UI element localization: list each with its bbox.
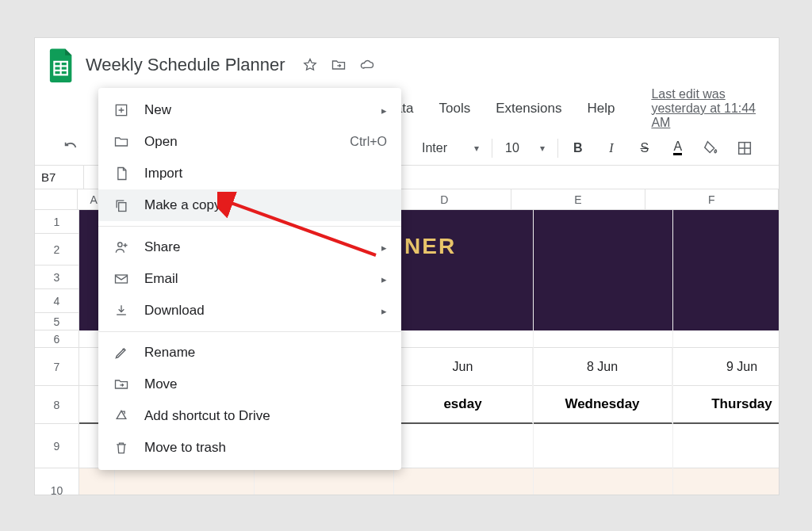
star-icon[interactable] bbox=[300, 55, 320, 75]
cell-day-F[interactable]: Thursday bbox=[672, 386, 779, 424]
row-header-10[interactable]: 10 bbox=[35, 468, 79, 495]
file-menu-move[interactable]: Move bbox=[98, 369, 401, 400]
separator bbox=[492, 139, 492, 158]
font-name: Inter bbox=[422, 141, 447, 155]
download-icon bbox=[113, 302, 130, 319]
file-menu-email[interactable]: Email ▸ bbox=[98, 263, 401, 295]
file-menu-new[interactable]: New ▸ bbox=[98, 94, 401, 126]
cell-date-E[interactable]: 8 Jun bbox=[533, 348, 672, 386]
svg-rect-5 bbox=[116, 275, 128, 283]
app-window: Weekly Schedule Planner File Edit View I… bbox=[34, 37, 779, 495]
title-bar: Weekly Schedule Planner bbox=[35, 38, 779, 84]
bold-button[interactable]: B bbox=[565, 136, 592, 160]
file-icon bbox=[113, 165, 130, 182]
highlighted-row bbox=[79, 468, 779, 495]
drive-shortcut-icon bbox=[113, 407, 130, 425]
separator bbox=[557, 139, 558, 158]
row-header-7[interactable]: 7 bbox=[35, 348, 79, 386]
file-menu-open[interactable]: Open Ctrl+O bbox=[98, 126, 401, 158]
col-header-E[interactable]: E bbox=[511, 189, 645, 209]
file-menu-make-a-copy[interactable]: Make a copy bbox=[98, 189, 401, 221]
menu-separator bbox=[98, 331, 401, 332]
menu-separator bbox=[98, 226, 401, 227]
fill-color-button[interactable] bbox=[698, 136, 725, 160]
move-to-folder-icon[interactable] bbox=[328, 55, 349, 75]
font-size: 10 bbox=[505, 141, 519, 155]
row-header-4[interactable]: 4 bbox=[35, 289, 79, 313]
folder-move-icon bbox=[113, 376, 130, 393]
file-menu-dropdown: New ▸ Open Ctrl+O Import Make a copy Sha… bbox=[98, 88, 401, 470]
cell-day-D[interactable]: esday bbox=[393, 386, 533, 424]
cell-date-D[interactable]: Jun bbox=[393, 348, 533, 386]
submenu-arrow-icon: ▸ bbox=[381, 105, 387, 117]
last-edit-link[interactable]: Last edit was yesterday at 11:44 AM bbox=[651, 87, 766, 130]
folder-icon bbox=[113, 133, 130, 151]
text-color-button[interactable]: A bbox=[665, 136, 691, 160]
file-menu-share[interactable]: Share ▸ bbox=[98, 231, 401, 263]
sheets-logo-icon[interactable] bbox=[48, 46, 76, 84]
italic-button[interactable]: I bbox=[598, 136, 625, 160]
select-all-corner[interactable] bbox=[35, 189, 78, 209]
row-header-5[interactable]: 5 bbox=[35, 313, 79, 330]
font-size-selector[interactable]: 10 ▾ bbox=[499, 141, 551, 155]
svg-point-4 bbox=[118, 243, 122, 246]
plus-square-icon bbox=[113, 101, 130, 119]
cell-day-E[interactable]: Wednesday bbox=[533, 386, 672, 424]
strikethrough-button[interactable]: S bbox=[631, 136, 658, 160]
row-header-3[interactable]: 3 bbox=[35, 266, 79, 289]
row-header-1[interactable]: 1 bbox=[35, 210, 79, 234]
menu-help[interactable]: Help bbox=[579, 97, 622, 120]
font-selector[interactable]: Inter ▾ bbox=[416, 141, 485, 155]
submenu-arrow-icon: ▸ bbox=[381, 242, 387, 254]
row-header-8[interactable]: 8 bbox=[35, 386, 79, 424]
row-header-6[interactable]: 6 bbox=[35, 330, 79, 348]
menu-extensions[interactable]: Extensions bbox=[488, 97, 569, 120]
undo-button[interactable] bbox=[57, 136, 84, 160]
row-header-2[interactable]: 2 bbox=[35, 234, 79, 266]
mail-icon bbox=[113, 270, 130, 288]
file-menu-download[interactable]: Download ▸ bbox=[98, 295, 401, 327]
banner-title-fragment: NER bbox=[404, 234, 456, 259]
svg-rect-3 bbox=[119, 203, 126, 212]
trash-icon bbox=[113, 439, 130, 457]
person-plus-icon bbox=[113, 239, 130, 256]
cloud-status-icon[interactable] bbox=[357, 55, 377, 75]
chevron-down-icon: ▾ bbox=[474, 143, 479, 154]
chevron-down-icon: ▾ bbox=[540, 143, 545, 154]
submenu-arrow-icon: ▸ bbox=[381, 273, 387, 285]
row-header-9[interactable]: 9 bbox=[35, 424, 79, 468]
file-menu-import[interactable]: Import bbox=[98, 158, 401, 189]
submenu-arrow-icon: ▸ bbox=[381, 305, 387, 317]
pencil-icon bbox=[113, 344, 130, 361]
name-box[interactable]: B7 bbox=[35, 166, 84, 189]
col-header-F[interactable]: F bbox=[645, 189, 779, 209]
copy-icon bbox=[113, 197, 130, 214]
cell-date-F[interactable]: 9 Jun bbox=[672, 348, 779, 386]
document-title[interactable]: Weekly Schedule Planner bbox=[86, 55, 285, 75]
borders-button[interactable] bbox=[731, 136, 758, 160]
file-menu-rename[interactable]: Rename bbox=[98, 337, 401, 369]
file-menu-move-to-trash[interactable]: Move to trash bbox=[98, 432, 401, 464]
menu-tools[interactable]: Tools bbox=[431, 97, 479, 120]
file-menu-add-shortcut[interactable]: Add shortcut to Drive bbox=[98, 400, 401, 432]
